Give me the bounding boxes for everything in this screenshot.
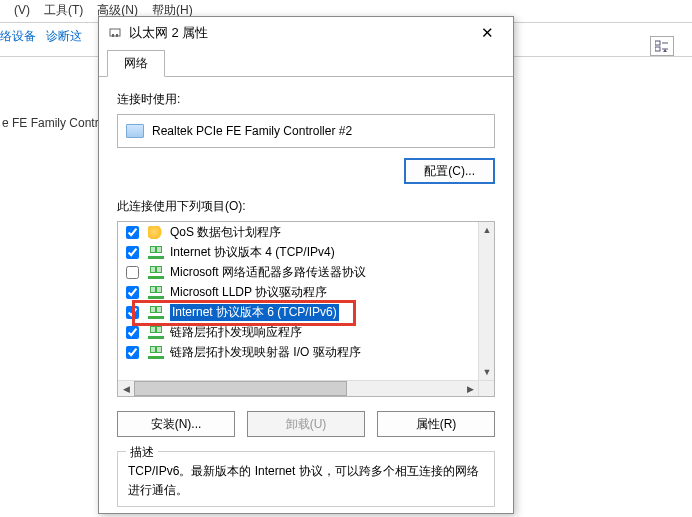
scroll-left-button[interactable]: ◀ <box>118 381 134 397</box>
protocol-checkbox[interactable] <box>126 286 139 299</box>
svg-rect-4 <box>110 29 120 36</box>
horizontal-scrollbar[interactable]: ◀ ▶ <box>118 380 478 396</box>
svg-rect-6 <box>116 34 118 37</box>
scroll-down-button[interactable]: ▼ <box>479 364 495 380</box>
scroll-up-button[interactable]: ▲ <box>479 222 495 238</box>
description-legend: 描述 <box>126 444 158 461</box>
ethernet-icon <box>107 25 123 41</box>
install-button[interactable]: 安装(N)... <box>117 411 235 437</box>
bg-toolbar-item[interactable]: 诊断这 <box>46 28 82 45</box>
network-protocol-icon <box>148 306 164 319</box>
protocol-label: Internet 协议版本 4 (TCP/IPv4) <box>170 244 335 261</box>
protocol-checkbox[interactable] <box>126 266 139 279</box>
network-protocol-icon <box>148 326 164 339</box>
protocol-checkbox[interactable] <box>126 226 139 239</box>
list-item[interactable]: 链路层拓扑发现映射器 I/O 驱动程序 <box>118 342 478 362</box>
svg-rect-1 <box>655 47 660 51</box>
configure-button[interactable]: 配置(C)... <box>404 158 495 184</box>
nic-icon <box>126 124 144 138</box>
adapter-display: Realtek PCIe FE Family Controller #2 <box>117 114 495 148</box>
network-protocol-icon <box>148 246 164 259</box>
bg-menu-item[interactable]: (V) <box>14 3 30 17</box>
svg-rect-5 <box>112 34 114 37</box>
list-item[interactable]: Internet 协议版本 6 (TCP/IPv6) <box>118 302 478 322</box>
list-item[interactable]: 链路层拓扑发现响应程序 <box>118 322 478 342</box>
dialog-titlebar: 以太网 2 属性 ✕ <box>99 17 513 49</box>
list-item[interactable]: Internet 协议版本 4 (TCP/IPv4) <box>118 242 478 262</box>
protocol-listbox[interactable]: QoS 数据包计划程序Internet 协议版本 4 (TCP/IPv4)Mic… <box>117 221 495 397</box>
scroll-right-button[interactable]: ▶ <box>462 381 478 397</box>
network-protocol-icon <box>148 346 164 359</box>
close-button[interactable]: ✕ <box>467 19 507 47</box>
network-protocol-icon <box>148 266 164 279</box>
protocol-label: Internet 协议版本 6 (TCP/IPv6) <box>170 304 339 321</box>
protocol-checkbox[interactable] <box>126 326 139 339</box>
list-item[interactable]: Microsoft 网络适配器多路传送器协议 <box>118 262 478 282</box>
bg-toolbar: 络设备 诊断这 <box>0 28 82 45</box>
description-group: 描述 TCP/IPv6。最新版本的 Internet 协议，可以跨多个相互连接的… <box>117 451 495 507</box>
list-item[interactable]: QoS 数据包计划程序 <box>118 222 478 242</box>
ethernet-properties-dialog: 以太网 2 属性 ✕ 网络 连接时使用: Realtek PCIe FE Fam… <box>98 16 514 514</box>
protocol-checkbox[interactable] <box>126 346 139 359</box>
adapter-name: Realtek PCIe FE Family Controller #2 <box>152 124 352 138</box>
vertical-scrollbar[interactable]: ▲ ▼ <box>478 222 494 380</box>
protocol-label: Microsoft 网络适配器多路传送器协议 <box>170 264 366 281</box>
list-item[interactable]: Microsoft LLDP 协议驱动程序 <box>118 282 478 302</box>
item-properties-button[interactable]: 属性(R) <box>377 411 495 437</box>
description-text: TCP/IPv6。最新版本的 Internet 协议，可以跨多个相互连接的网络进… <box>128 462 484 500</box>
protocol-label: 链路层拓扑发现映射器 I/O 驱动程序 <box>170 344 361 361</box>
scroll-thumb[interactable] <box>134 381 347 396</box>
qos-icon <box>148 226 164 239</box>
svg-rect-0 <box>655 41 660 45</box>
protocol-checkbox[interactable] <box>126 306 139 319</box>
uninstall-button: 卸载(U) <box>247 411 365 437</box>
items-label: 此连接使用下列项目(O): <box>117 198 495 215</box>
scroll-corner <box>478 380 494 396</box>
protocol-label: Microsoft LLDP 协议驱动程序 <box>170 284 327 301</box>
tab-network[interactable]: 网络 <box>107 50 165 77</box>
network-protocol-icon <box>148 286 164 299</box>
protocol-label: 链路层拓扑发现响应程序 <box>170 324 302 341</box>
protocol-label: QoS 数据包计划程序 <box>170 224 281 241</box>
connect-using-label: 连接时使用: <box>117 91 495 108</box>
tab-strip: 网络 <box>99 49 513 77</box>
action-button-row: 安装(N)... 卸载(U) 属性(R) <box>117 411 495 437</box>
view-mode-button[interactable] <box>650 36 674 56</box>
bg-adapter-name-fragment: e FE Family Contr <box>0 116 99 130</box>
dialog-title: 以太网 2 属性 <box>129 24 467 42</box>
bg-menu-item[interactable]: 工具(T) <box>44 2 83 19</box>
dialog-body: 连接时使用: Realtek PCIe FE Family Controller… <box>99 77 513 513</box>
protocol-checkbox[interactable] <box>126 246 139 259</box>
bg-toolbar-item[interactable]: 络设备 <box>0 28 36 45</box>
